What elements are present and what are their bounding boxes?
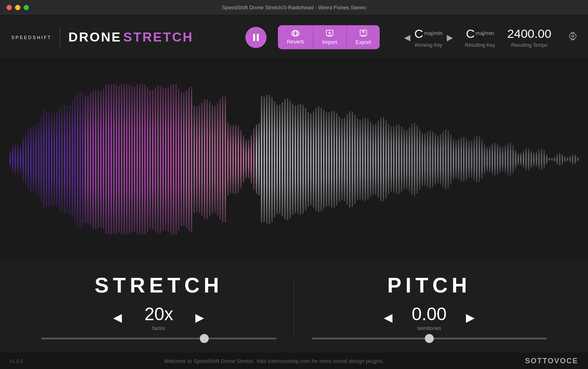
brand-stretch: STRETCH: [123, 30, 193, 45]
brand: SPEEDSHIFT DRONE STRETCH: [11, 27, 193, 48]
working-key-mode: maj/min: [424, 30, 443, 36]
waveform-container[interactable]: [0, 59, 588, 259]
brand-drone: DRONE: [68, 30, 122, 45]
import-icon: [326, 29, 334, 37]
close-button[interactable]: [7, 5, 12, 10]
resulting-key-label: Resulting Key: [465, 42, 495, 48]
pitch-value-row: ◀ 0.00 semitones ▶: [384, 304, 475, 331]
export-label: Export: [356, 39, 371, 45]
resulting-key-container: Cmaj/min Resulting Key: [465, 27, 495, 48]
stretch-slider-container: [41, 338, 276, 339]
version-label: v1.0.0: [10, 358, 23, 364]
settings-button[interactable]: [568, 32, 577, 43]
reverb-label: Reverb: [287, 39, 304, 45]
window-title: SpeedShift Drone Stretch/3-Radiohead - W…: [222, 4, 366, 11]
reverb-button[interactable]: Reverb: [278, 25, 313, 49]
stretch-value: 20x: [134, 304, 183, 324]
svg-point-9: [572, 35, 574, 37]
working-key-next-button[interactable]: ▶: [447, 33, 453, 42]
title-bar: SpeedShift Drone Stretch/3-Radiohead - W…: [0, 0, 588, 15]
key-tempo-section: ◀ Cmaj/min Working Key ▶ Cmaj/min Result…: [404, 27, 577, 48]
action-buttons: Reverb Import Export: [278, 25, 380, 49]
stretch-decrease-button[interactable]: ◀: [113, 311, 122, 324]
control-divider: [294, 275, 294, 336]
pitch-increase-button[interactable]: ▶: [466, 311, 475, 324]
pause-icon: [253, 34, 259, 41]
pitch-slider[interactable]: [312, 338, 547, 339]
waveform-canvas[interactable]: [8, 68, 580, 251]
stretch-increase-button[interactable]: ▶: [195, 311, 204, 324]
play-pause-button[interactable]: [245, 27, 267, 48]
brand-divider: [60, 27, 60, 48]
stretch-section: STRETCH ◀ 20x factor ▶: [41, 273, 276, 339]
settings-icon: [568, 32, 577, 41]
working-key-note: C: [414, 27, 423, 40]
pitch-title: PITCH: [387, 273, 471, 297]
working-key-prev-button[interactable]: ◀: [404, 33, 410, 42]
pitch-decrease-button[interactable]: ◀: [384, 311, 393, 324]
status-bar: v1.0.0 Welcome to SpeedShift Drone Stret…: [0, 353, 588, 369]
resulting-tempo-value: 2400.00: [507, 27, 551, 41]
pitch-unit: semitones: [405, 325, 454, 331]
maximize-button[interactable]: [24, 5, 29, 10]
svg-point-0: [294, 31, 297, 36]
export-icon: [359, 29, 367, 37]
import-label: Import: [322, 39, 337, 45]
resulting-tempo-container: 2400.00 Resulting Tempo: [507, 27, 551, 48]
resulting-key-note: C: [466, 27, 475, 40]
stretch-value-row: ◀ 20x factor ▶: [113, 304, 204, 331]
stretch-unit: factor: [134, 325, 183, 331]
working-key-display: Cmaj/min Working Key: [414, 27, 442, 48]
controls-area: STRETCH ◀ 20x factor ▶ PITCH ◀ 0.00 semi…: [0, 259, 588, 353]
svg-point-1: [293, 31, 298, 36]
resulting-key-mode: maj/min: [476, 30, 494, 36]
window-controls: [7, 5, 29, 10]
stretch-title: STRETCH: [95, 273, 223, 297]
working-key-container: ◀ Cmaj/min Working Key ▶: [404, 27, 452, 48]
pitch-section: PITCH ◀ 0.00 semitones ▶: [312, 273, 547, 339]
resulting-tempo-label: Resulting Tempo: [511, 42, 547, 48]
sottovoce-brand: SOTTOVOCE: [525, 357, 578, 365]
status-message: Welcome to SpeedShift Drone Stretch. Vis…: [164, 358, 384, 364]
export-button[interactable]: Export: [347, 25, 380, 49]
pitch-value: 0.00: [405, 304, 454, 324]
stretch-slider[interactable]: [41, 338, 276, 339]
working-key-label: Working Key: [415, 42, 442, 48]
toolbar: SPEEDSHIFT DRONE STRETCH Reverb: [0, 15, 588, 59]
reverb-icon: [291, 30, 300, 37]
pitch-slider-container: [312, 338, 547, 339]
import-button[interactable]: Import: [313, 25, 347, 49]
minimize-button[interactable]: [15, 5, 20, 10]
brand-speedshift: SPEEDSHIFT: [11, 35, 52, 40]
